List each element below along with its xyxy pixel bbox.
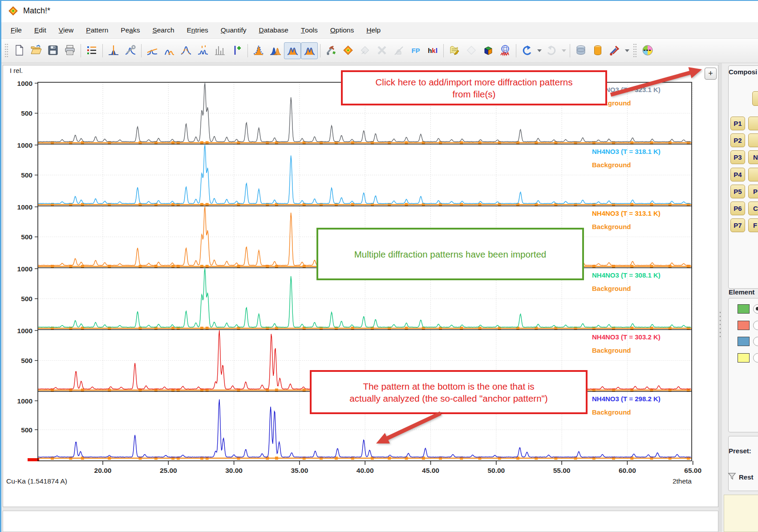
panel-splitter[interactable] bbox=[718, 63, 722, 532]
entries-list-button[interactable] bbox=[83, 42, 100, 59]
subtract-background-button[interactable] bbox=[144, 42, 161, 59]
restraints-stamp-button[interactable] bbox=[390, 42, 407, 59]
y-tick-label: 500 bbox=[21, 171, 32, 179]
add-peak-button[interactable] bbox=[228, 42, 245, 59]
element-groupbox bbox=[728, 298, 758, 432]
pattern-select-button-p7[interactable]: P7 bbox=[730, 218, 745, 232]
search-settings-button[interactable] bbox=[323, 42, 340, 59]
smooth-data-button[interactable] bbox=[178, 42, 195, 59]
pattern-label: NH4NO3 (T = 303.2 K) bbox=[592, 333, 661, 341]
toolbar-separator bbox=[443, 44, 444, 57]
restraints-row[interactable]: Rest bbox=[728, 472, 754, 482]
toolbar-grip[interactable] bbox=[633, 43, 637, 58]
raw-data-button[interactable] bbox=[105, 42, 122, 59]
fit-profile-icon bbox=[253, 44, 264, 57]
background-label: Background bbox=[592, 161, 631, 169]
new-document-button[interactable] bbox=[11, 42, 28, 59]
pattern-phase-button-3[interactable]: N bbox=[748, 150, 758, 164]
pattern-select-button-p1[interactable]: P1 bbox=[730, 117, 745, 130]
report-button[interactable] bbox=[446, 42, 463, 59]
main-toolbar: FPhkl bbox=[0, 39, 758, 63]
bottom-results-panel bbox=[3, 511, 718, 532]
menu-entries[interactable]: Entries bbox=[181, 22, 215, 38]
hkl-indices-button[interactable]: hkl bbox=[424, 42, 441, 59]
window-title: Match!* bbox=[23, 6, 50, 16]
menu-bar: FileEditViewPatternPeaksSearchEntriesQua… bbox=[0, 22, 758, 39]
color-sphere-button[interactable] bbox=[639, 42, 656, 59]
undo-button[interactable] bbox=[519, 42, 535, 59]
pattern-phase-button-5[interactable]: P bbox=[748, 185, 758, 198]
toolbar-grip[interactable] bbox=[4, 43, 8, 58]
menu-view[interactable]: View bbox=[53, 22, 80, 38]
pattern-select-button-p3[interactable]: P3 bbox=[730, 150, 745, 164]
menu-options[interactable]: Options bbox=[324, 22, 360, 38]
dropdown-arrow-icon bbox=[621, 44, 633, 57]
svg-text:FP: FP bbox=[411, 47, 420, 54]
reject-entry-button[interactable] bbox=[373, 42, 390, 59]
reference-database-button[interactable] bbox=[589, 42, 606, 59]
element-color-swatch[interactable] bbox=[738, 321, 750, 330]
save-file-button[interactable] bbox=[45, 42, 61, 59]
pattern-phase-button-4[interactable] bbox=[748, 168, 758, 181]
splitter-handle[interactable] bbox=[719, 310, 721, 337]
element-color-swatch[interactable] bbox=[738, 337, 750, 346]
database-manager-button[interactable] bbox=[572, 42, 589, 59]
add-peak-icon bbox=[231, 44, 243, 57]
pattern-select-button-p5[interactable]: P5 bbox=[730, 185, 745, 198]
two-peaks-button[interactable] bbox=[267, 42, 284, 59]
y-axis-title: I rel. bbox=[10, 67, 23, 74]
batch-tools-button[interactable] bbox=[606, 42, 623, 59]
find-peaks-button[interactable] bbox=[195, 42, 211, 59]
search-match-button[interactable] bbox=[340, 42, 357, 59]
show-pattern-toggle-button[interactable] bbox=[284, 42, 301, 59]
hkl-indices-icon: hkl bbox=[427, 44, 438, 57]
pattern-phase-button-2[interactable] bbox=[748, 133, 758, 147]
pattern-select-button-p2[interactable]: P2 bbox=[730, 133, 745, 147]
print-button[interactable] bbox=[61, 42, 78, 59]
y-tick-label: 1000 bbox=[17, 141, 32, 149]
dropdown-arrow-button[interactable] bbox=[535, 42, 543, 59]
pattern-select-button-p6[interactable]: P6 bbox=[730, 202, 745, 215]
show-overlay-toggle-button[interactable] bbox=[301, 42, 318, 59]
element-color-swatch[interactable] bbox=[738, 353, 750, 363]
unit-cell-cube-icon bbox=[482, 44, 494, 57]
menu-edit[interactable]: Edit bbox=[28, 22, 53, 38]
preset-groupbox bbox=[728, 436, 758, 491]
structure-globe-button[interactable] bbox=[497, 42, 514, 59]
fit-profile-button[interactable] bbox=[250, 42, 267, 59]
diffraction-plot[interactable]: 1000500NH4NO3 (T = 323.1 K)Background100… bbox=[3, 65, 718, 507]
fp-initials-button[interactable]: FP bbox=[407, 42, 424, 59]
menu-quantify[interactable]: Quantify bbox=[215, 22, 253, 38]
menu-database[interactable]: Database bbox=[253, 22, 295, 38]
pattern-phase-button-1[interactable] bbox=[748, 117, 758, 130]
annotation-add-import: Click here to add/import more diffractio… bbox=[341, 70, 607, 105]
raw-bars-button[interactable] bbox=[211, 42, 228, 59]
menu-help[interactable]: Help bbox=[360, 22, 387, 38]
dropdown-arrow-button[interactable] bbox=[623, 42, 631, 59]
save-file-icon bbox=[47, 44, 59, 57]
two-peaks-icon bbox=[270, 44, 281, 57]
composition-extra-button[interactable] bbox=[752, 91, 758, 106]
menu-file[interactable]: File bbox=[4, 22, 28, 38]
menu-tools[interactable]: Tools bbox=[295, 22, 324, 38]
open-file-button[interactable] bbox=[28, 42, 45, 59]
element-color-swatch[interactable] bbox=[738, 304, 750, 314]
pattern-phase-button-6[interactable]: C bbox=[748, 202, 758, 215]
menu-search[interactable]: Search bbox=[146, 22, 180, 38]
undo-icon bbox=[521, 44, 533, 57]
pattern-select-button-p4[interactable]: P4 bbox=[730, 168, 745, 181]
title-bar: Match!* bbox=[0, 0, 758, 22]
dropdown-arrow-button[interactable] bbox=[560, 42, 567, 59]
y-tick-label: 1000 bbox=[17, 327, 32, 335]
add-pattern-button[interactable]: + bbox=[705, 68, 717, 80]
peak-edit-button[interactable] bbox=[122, 42, 139, 59]
candidate-diamond-button[interactable] bbox=[463, 42, 480, 59]
pattern-phase-button-7[interactable]: F bbox=[748, 218, 758, 232]
menu-pattern[interactable]: Pattern bbox=[80, 22, 114, 38]
auto-assign-button[interactable] bbox=[357, 42, 373, 59]
unit-cell-cube-button[interactable] bbox=[480, 42, 497, 59]
menu-peaks[interactable]: Peaks bbox=[114, 22, 146, 38]
redo-icon bbox=[546, 44, 557, 57]
redo-button[interactable] bbox=[543, 42, 560, 59]
strip-kalpha2-button[interactable] bbox=[161, 42, 178, 59]
